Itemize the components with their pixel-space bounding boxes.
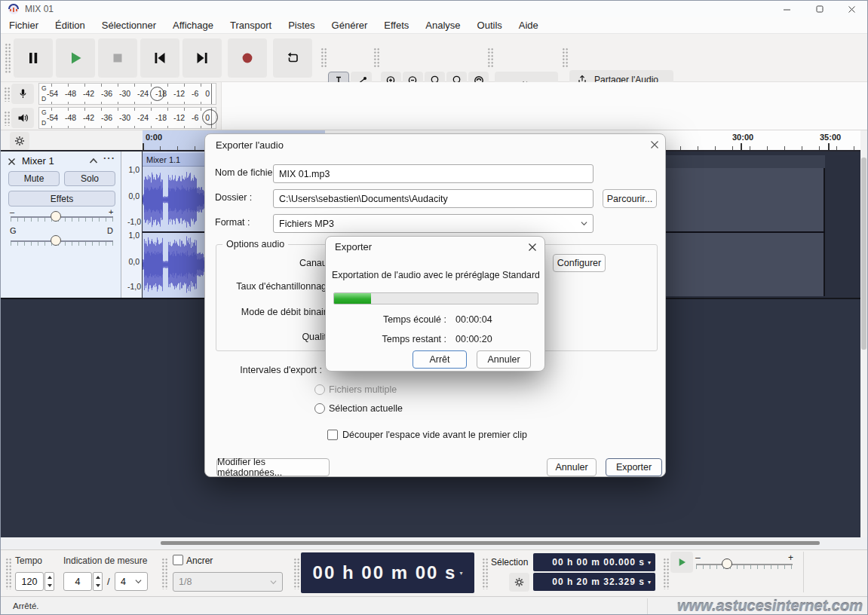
stepper-down-icon[interactable] [96, 584, 100, 587]
cancel-button[interactable]: Annuler [547, 458, 597, 476]
record-meter-left-label: G [41, 84, 47, 92]
menu-analyse[interactable]: Analyse [417, 17, 468, 33]
menu-edition[interactable]: Édition [47, 17, 94, 33]
menu-affichage[interactable]: Affichage [164, 17, 222, 33]
close-icon[interactable] [647, 137, 662, 152]
play-meter-speaker-button[interactable] [11, 108, 34, 128]
solo-button[interactable]: Solo [64, 171, 115, 186]
tempo-input[interactable]: 120 [15, 572, 44, 591]
pause-button[interactable] [14, 38, 53, 78]
selection-start-field[interactable]: 00 h 00 m 00.000 s ▾ [533, 553, 655, 571]
menu-outils[interactable]: Outils [469, 17, 511, 33]
menu-transport[interactable]: Transport [222, 17, 280, 33]
loop-button[interactable] [273, 38, 312, 78]
track-menu-icon[interactable]: ··· [103, 152, 115, 164]
horizontal-scrollbar-thumb[interactable] [161, 541, 820, 545]
snap-to-select[interactable]: 1/8 [173, 572, 283, 592]
timesig-upper-input[interactable]: 4 [63, 572, 92, 591]
timesig-lower-select[interactable]: 4 [115, 572, 148, 591]
meter-dock-spacer [221, 82, 867, 130]
effects-button[interactable]: Effets [8, 191, 115, 207]
dropdown-arrow-icon[interactable]: ▾ [459, 570, 462, 577]
menu-fichier[interactable]: Fichier [1, 17, 47, 33]
close-window-button[interactable] [836, 1, 867, 17]
vertical-scrollbar-thumb[interactable] [861, 158, 866, 350]
speed-slider[interactable] [696, 564, 793, 565]
stop-button[interactable]: Arrêt [413, 350, 467, 369]
horizontal-scrollbar[interactable] [1, 537, 867, 549]
pan-slider[interactable] [11, 240, 113, 242]
transport-toolbar-grip[interactable] [5, 43, 11, 73]
edit-metadata-button[interactable]: Modifier les métadonnées... [216, 458, 330, 476]
tempo-stepper[interactable] [44, 572, 54, 591]
record-button[interactable] [228, 38, 267, 78]
dropdown-arrow-icon[interactable]: ▾ [648, 579, 651, 586]
skip-to-start-button[interactable] [140, 38, 179, 78]
play-meter[interactable]: G D -54-48 -42-36 -30-24 -18-12 -60 [38, 107, 216, 129]
browse-button[interactable]: Parcourir... [603, 189, 657, 208]
cancel-button[interactable]: Annuler [477, 350, 531, 369]
stop-button[interactable] [98, 38, 137, 78]
gain-slider-thumb[interactable] [51, 211, 61, 222]
mute-button[interactable]: Mute [8, 171, 60, 186]
status-text: Arrêté. [13, 601, 39, 610]
play-meter-grip[interactable] [4, 111, 10, 126]
play-button[interactable] [56, 38, 95, 78]
record-meter-grip[interactable] [4, 87, 10, 102]
record-meter-mic-button[interactable] [11, 84, 34, 104]
selection-toolbar-grip[interactable] [482, 558, 488, 589]
selection-options-button[interactable] [509, 573, 529, 592]
time-toolbar-grip[interactable] [293, 558, 299, 589]
maximize-button[interactable] [803, 1, 836, 17]
configure-button[interactable]: Configurer [553, 254, 606, 272]
minimize-button[interactable] [770, 1, 803, 17]
remaining-label: Temps restant : [326, 334, 446, 344]
filename-input[interactable]: MIX 01.mp3 [273, 164, 593, 183]
pan-slider-thumb[interactable] [51, 235, 61, 246]
ruler-label-30: 30:00 [732, 133, 753, 142]
close-icon[interactable] [525, 240, 540, 255]
menu-effets[interactable]: Effets [376, 17, 417, 33]
dropdown-arrow-icon[interactable]: ▾ [648, 559, 651, 566]
track-title[interactable]: Mixer 1 [22, 155, 54, 167]
track-vertical-ruler[interactable]: 1,0 0,0 -1,0 1,0 0,0 -1,0 [122, 151, 143, 298]
folder-input[interactable]: C:\Users\sebastien\Documents\Audacity [273, 189, 593, 208]
skip-to-end-button[interactable] [182, 38, 222, 78]
audio-setup-grip[interactable] [487, 47, 493, 69]
toolbar-dock: ↶ ↷ ▾ Config. Audio Partager l'Audio [1, 34, 867, 82]
selection-end-field[interactable]: 00 h 20 m 32.329 s ▾ [533, 573, 655, 591]
snapping-grip[interactable] [161, 558, 167, 589]
stepper-up-icon[interactable] [96, 576, 100, 579]
snap-checkbox[interactable] [173, 555, 183, 565]
time-display[interactable]: 00 h 00 m 00 s ▾ [301, 552, 474, 593]
tools-toolbar-grip[interactable] [321, 47, 327, 69]
gain-slider[interactable] [11, 216, 113, 218]
play-at-speed-button[interactable] [670, 552, 693, 573]
stepper-down-icon[interactable] [48, 584, 52, 587]
stepper-up-icon[interactable] [48, 576, 52, 579]
menu-generer[interactable]: Générer [324, 17, 376, 33]
speed-slider-thumb[interactable] [722, 558, 732, 569]
share-toolbar-grip[interactable] [562, 47, 568, 69]
close-track-icon[interactable] [8, 158, 16, 166]
timesig-stepper[interactable] [93, 572, 103, 591]
format-select[interactable]: Fichiers MP3 [273, 214, 593, 233]
menu-pistes[interactable]: Pistes [280, 17, 323, 33]
export-button[interactable]: Exporter [606, 458, 662, 476]
watermark: www.astucesinternet.com [677, 598, 863, 615]
menu-aide[interactable]: Aide [511, 17, 547, 33]
current-selection-radio[interactable] [314, 403, 325, 414]
time-signature-grip[interactable] [5, 558, 11, 589]
trim-blank-checkbox[interactable] [327, 430, 338, 440]
timeline-options-button[interactable] [10, 132, 29, 150]
edit-toolbar-grip[interactable] [373, 47, 379, 69]
play-at-speed-grip[interactable] [663, 558, 669, 589]
menu-selectionner[interactable]: Sélectionner [94, 17, 164, 33]
track-control-panel: Mixer 1 ··· Mute Solo Effets – + G D [1, 151, 121, 298]
record-meter[interactable]: G D -54-48 -42-36 -30-24 -18-12 -60 [38, 83, 216, 105]
vertical-scrollbar[interactable] [860, 151, 867, 537]
collapse-track-icon[interactable] [89, 158, 98, 164]
gear-icon [514, 577, 525, 588]
speaker-icon [17, 112, 29, 124]
multiple-files-radio[interactable] [314, 384, 325, 395]
